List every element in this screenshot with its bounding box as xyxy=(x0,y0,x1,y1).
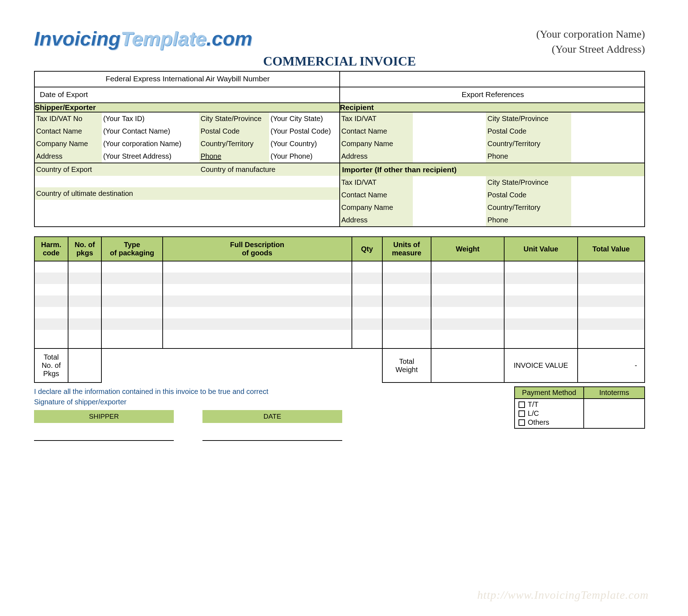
importer-tax-k: Tax ID/VAT xyxy=(340,176,413,189)
export-country-v[interactable] xyxy=(35,176,199,187)
recipient-details: Tax ID/VAT City State/Province Contact N… xyxy=(340,112,645,163)
shipper-company-k: Company Name xyxy=(35,138,102,150)
recipient-address-k: Address xyxy=(340,150,413,163)
recipient-phone-v[interactable] xyxy=(571,150,644,163)
incoterms-heading: Intoterms xyxy=(584,387,645,399)
shipper-contact-k: Contact Name xyxy=(35,125,102,138)
export-country-k: Country of Export xyxy=(35,163,199,176)
line-items-body xyxy=(34,261,645,348)
recipient-contact-k: Contact Name xyxy=(340,125,413,138)
line-row[interactable] xyxy=(34,307,645,318)
line-row[interactable] xyxy=(34,318,645,330)
logo-part1: Invoicing xyxy=(34,28,120,50)
recipient-contact-v[interactable] xyxy=(413,125,486,138)
top-info-block: Federal Express International Air Waybil… xyxy=(34,71,645,227)
col-type: Typeof packaging xyxy=(101,237,162,261)
date-sig-line[interactable] xyxy=(202,423,342,441)
invoice-value[interactable]: - xyxy=(578,348,645,382)
recipient-country-v[interactable] xyxy=(571,138,644,150)
col-pkgs: No. ofpkgs xyxy=(68,237,102,261)
manufacture-country-v[interactable] xyxy=(199,176,339,187)
logo: InvoicingTemplate.com xyxy=(34,25,252,50)
payment-block: Payment Method Intoterms T/T L/C Others xyxy=(514,386,645,429)
importer-postal-k: Postal Code xyxy=(486,189,571,201)
importer-country-v[interactable] xyxy=(571,201,644,214)
line-row[interactable] xyxy=(34,284,645,295)
shipper-address-v[interactable]: (Your Street Address) xyxy=(102,150,199,163)
importer-phone-v[interactable] xyxy=(571,214,644,226)
shipper-contact-v[interactable]: (Your Contact Name) xyxy=(102,125,199,138)
lc-label: L/C xyxy=(528,409,539,418)
shipper-postal-k: Postal Code xyxy=(199,125,269,138)
shipper-signature: SHIPPER xyxy=(34,410,174,441)
col-desc: Full Descriptionof goods xyxy=(163,237,352,261)
importer-contact-v[interactable] xyxy=(413,189,486,201)
line-gap xyxy=(34,330,645,348)
importer-address-v[interactable] xyxy=(413,214,486,226)
shipper-city-v[interactable]: (Your City State) xyxy=(269,112,339,125)
line-row[interactable] xyxy=(34,261,645,273)
line-items-table: Harm.code No. ofpkgs Typeof packaging Fu… xyxy=(34,236,645,383)
footer: I declare all the information contained … xyxy=(34,386,645,441)
col-harm: Harm.code xyxy=(34,237,68,261)
logo-part2: Template xyxy=(120,28,206,50)
line-row[interactable] xyxy=(34,273,645,284)
importer-postal-v[interactable] xyxy=(571,189,644,201)
corp-name: (Your corporation Name) xyxy=(536,27,645,42)
recipient-postal-v[interactable] xyxy=(571,125,644,138)
col-unitval: Unit Value xyxy=(504,237,577,261)
shipper-country-v[interactable]: (Your Country) xyxy=(269,138,339,150)
waybill-value[interactable] xyxy=(340,71,645,87)
manufacture-country-k: Country of manufacture xyxy=(199,163,339,176)
checkbox-tt[interactable] xyxy=(519,401,525,408)
invoice-template: InvoicingTemplate.com (Your corporation … xyxy=(0,0,688,441)
importer-country-k: Country/Territory xyxy=(486,201,571,214)
total-pkgs-value[interactable] xyxy=(68,348,102,382)
importer-city-v[interactable] xyxy=(571,176,644,189)
importer-city-k: City State/Province xyxy=(486,176,571,189)
shipper-postal-v[interactable]: (Your Postal Code) xyxy=(269,125,339,138)
shipper-address-k: Address xyxy=(35,150,102,163)
header: InvoicingTemplate.com (Your corporation … xyxy=(34,25,645,57)
recipient-postal-k: Postal Code xyxy=(486,125,571,138)
recipient-phone-k: Phone xyxy=(486,150,571,163)
total-weight-value[interactable] xyxy=(431,348,504,382)
waybill-label: Federal Express International Air Waybil… xyxy=(34,71,340,87)
line-row[interactable] xyxy=(34,295,645,307)
export-countries: Country of Export Country of manufacture… xyxy=(34,163,340,227)
shipper-tax-k: Tax ID/VAT No xyxy=(35,112,102,125)
importer-tax-v[interactable] xyxy=(413,176,486,189)
recipient-heading: Recipient xyxy=(340,103,645,112)
importer-contact-k: Contact Name xyxy=(340,189,413,201)
importer-phone-k: Phone xyxy=(486,214,571,226)
recipient-city-v[interactable] xyxy=(571,112,644,125)
shipper-company-v[interactable]: (Your corporation Name) xyxy=(102,138,199,150)
shipper-sig-line[interactable] xyxy=(34,423,174,441)
payment-method-heading: Payment Method xyxy=(515,387,584,399)
ultimate-dest-v[interactable] xyxy=(35,200,339,223)
date-of-export-label: Date of Export xyxy=(34,87,340,103)
shipper-phone-v[interactable]: (Your Phone) xyxy=(269,150,339,163)
shipper-phone-k: Phone xyxy=(199,150,269,163)
signature-of-text: Signature of shipper/exporter xyxy=(34,397,500,407)
recipient-city-k: City State/Province xyxy=(486,112,571,125)
recipient-country-k: Country/Territory xyxy=(486,138,571,150)
recipient-company-v[interactable] xyxy=(413,138,486,150)
shipper-tax-v[interactable]: (Your Tax ID) xyxy=(102,112,199,125)
total-weight-label: TotalWeight xyxy=(382,348,431,382)
date-signature: DATE xyxy=(202,410,342,441)
importer-address-k: Address xyxy=(340,214,413,226)
shipper-details: Tax ID/VAT No (Your Tax ID) City State/P… xyxy=(34,112,340,163)
shipper-city-k: City State/Province xyxy=(199,112,269,125)
shipper-heading: Shipper/Exporter xyxy=(34,103,340,112)
recipient-tax-k: Tax ID/VAT xyxy=(340,112,413,125)
payment-method-options: T/T L/C Others xyxy=(515,399,584,428)
checkbox-others[interactable] xyxy=(519,419,525,426)
corporation-info: (Your corporation Name) (Your Street Add… xyxy=(536,25,645,57)
recipient-address-v[interactable] xyxy=(413,150,486,163)
checkbox-lc[interactable] xyxy=(519,410,525,417)
col-qty: Qty xyxy=(352,237,382,261)
recipient-tax-v[interactable] xyxy=(413,112,486,125)
importer-company-v[interactable] xyxy=(413,201,486,214)
incoterms-value[interactable] xyxy=(584,399,645,428)
